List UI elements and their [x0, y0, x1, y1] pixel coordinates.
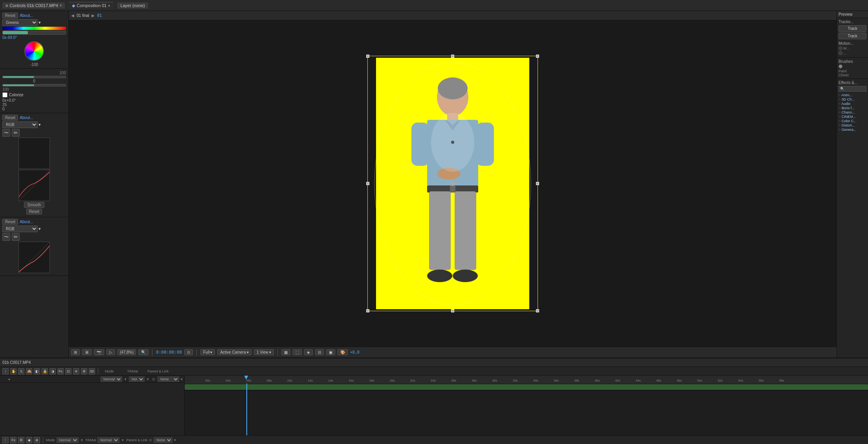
trimat-select-bottom[interactable]: Normal: [97, 437, 119, 443]
comp-nav-arrow-left[interactable]: ◀: [71, 13, 74, 18]
reset-button-2[interactable]: Reset: [2, 115, 18, 121]
radio-1[interactable]: [839, 46, 842, 50]
zoom-level[interactable]: (47,8%): [117, 349, 136, 355]
effect-anim[interactable]: Anim...: [839, 93, 866, 97]
radio-2[interactable]: [839, 51, 842, 55]
mode-select-bottom[interactable]: Normal: [57, 437, 79, 443]
effect-color[interactable]: Color C...: [839, 119, 866, 123]
curve-icon-pen[interactable]: ✏: [12, 129, 20, 137]
curve-icon-wave-2[interactable]: 〜: [2, 233, 10, 241]
vp-icon-color[interactable]: 🎨: [338, 349, 348, 355]
layer-mode-select[interactable]: Normal: [101, 376, 122, 382]
curve-graph-1[interactable]: [18, 138, 50, 169]
composition-tab[interactable]: ◆ Composition 01 ▾: [69, 2, 113, 9]
ruler-mark-26s: 26s: [451, 379, 456, 382]
tl-icon-adjust[interactable]: ⚙: [81, 368, 87, 374]
layer-parent-select[interactable]: None: [158, 376, 179, 382]
track-row-1[interactable]: [185, 383, 868, 391]
tl-icon-solo[interactable]: S: [18, 368, 24, 374]
color-wheel[interactable]: [24, 41, 44, 61]
timecode-display[interactable]: 0:00:00:00: [156, 350, 182, 355]
effect-audio[interactable]: Audio: [839, 102, 866, 106]
effect-channel[interactable]: Chann...: [839, 110, 866, 114]
tl-icon-3d[interactable]: 3D: [89, 368, 95, 374]
layer-trimat-select[interactable]: Normal: [129, 376, 145, 382]
comp-nav-arrow-right[interactable]: ▶: [92, 13, 95, 18]
greens-dropdown[interactable]: Greens: [2, 19, 38, 26]
track-button-2[interactable]: Track: [839, 33, 866, 39]
curve-icon-wave[interactable]: 〜: [2, 129, 10, 137]
layer-expand[interactable]: ▸: [9, 377, 11, 381]
view-dropdown[interactable]: 1 View ▾: [254, 349, 274, 355]
tl-icon-frame[interactable]: ⊡: [65, 368, 72, 374]
footage-tab-menu[interactable]: ▾: [60, 3, 62, 7]
effect-generate[interactable]: Genera...: [839, 128, 866, 132]
layer-tab[interactable]: Layer (none): [117, 2, 148, 9]
vp-icon-safe[interactable]: ⊟: [315, 349, 324, 355]
curve-icon-pen-2[interactable]: ✏: [12, 233, 20, 241]
effect-cinema[interactable]: CINEM...: [839, 115, 866, 119]
reset-button-3[interactable]: Reset: [26, 209, 42, 215]
timeline-tab-footage[interactable]: 01b C0017.MP4: [2, 360, 31, 365]
tl-btn-arrow[interactable]: ↑: [2, 437, 9, 443]
effect-boris[interactable]: Boris f...: [839, 106, 866, 110]
tl-icon-collapse[interactable]: ◧: [34, 368, 40, 374]
parent-select-bottom[interactable]: None: [154, 437, 172, 443]
smooth-button[interactable]: Smooth: [24, 202, 44, 208]
tl-btn-fx[interactable]: Fx: [10, 437, 17, 443]
tl-icon-quality[interactable]: ◑: [50, 368, 56, 374]
handle-mr[interactable]: [536, 182, 539, 185]
vp-icon-grid[interactable]: ⊞: [71, 349, 80, 355]
vp-icon-preview[interactable]: ▷: [106, 349, 115, 355]
slider-bar-1[interactable]: [2, 31, 66, 35]
slider-3[interactable]: [2, 84, 66, 86]
brush-circle[interactable]: [839, 64, 842, 68]
timeline-header: 01b C0017.MP4: [0, 358, 868, 367]
slider-2[interactable]: [2, 76, 66, 78]
reset-button-1[interactable]: Reset: [2, 13, 18, 18]
reset-button-4[interactable]: Reset: [2, 219, 18, 225]
tl-icon-effects[interactable]: Fx: [57, 368, 64, 374]
handle-br[interactable]: [536, 309, 539, 312]
tl-btn-adjust[interactable]: ⚙: [18, 437, 24, 443]
vp-icon-grid2[interactable]: ▦: [281, 349, 290, 355]
tl-icon-motion[interactable]: ≋: [73, 368, 79, 374]
color-gradient-bar[interactable]: [2, 27, 66, 30]
vp-icon-channels[interactable]: ▣: [326, 349, 335, 355]
handle-tc[interactable]: [451, 55, 454, 58]
handle-bc[interactable]: [451, 309, 454, 312]
footage-tab[interactable]: ≡ Controls 01b C0017.MP4 ▾: [2, 2, 65, 9]
tl-icon-hand[interactable]: ✋: [10, 368, 17, 374]
vp-icon-camera-icon[interactable]: 📷: [94, 349, 104, 355]
about-link-3[interactable]: About...: [20, 220, 33, 224]
rgb-dropdown[interactable]: RGB: [2, 121, 38, 128]
layer-row-1[interactable]: ▸ Normal ▾ Normal ▾ ⊙ None ▾: [0, 376, 184, 383]
tl-icon-select[interactable]: ↑: [2, 368, 9, 374]
vp-icon-monitor[interactable]: 🖥: [82, 349, 92, 355]
about-link-2[interactable]: About...: [20, 116, 33, 120]
tl-btn-link[interactable]: ⊕: [34, 437, 40, 443]
quality-dropdown[interactable]: Full ▾: [200, 349, 215, 355]
vp-icon-magnify[interactable]: 🔍: [138, 349, 149, 355]
camera-dropdown[interactable]: Active Camera ▾: [217, 349, 251, 355]
track-button-1[interactable]: Track: [839, 25, 866, 32]
vp-icon-shutter[interactable]: ⊙: [184, 349, 193, 355]
handle-tr[interactable]: [536, 55, 539, 58]
effects-search-input[interactable]: [839, 86, 866, 92]
tl-icon-lock[interactable]: 🔒: [42, 368, 48, 374]
colorize-checkbox[interactable]: [2, 92, 7, 97]
handle-bl[interactable]: [366, 309, 369, 312]
handle-tl[interactable]: [366, 55, 369, 58]
tl-btn-key[interactable]: ◆: [26, 437, 32, 443]
handle-ml[interactable]: [366, 182, 369, 185]
tl-icon-shy[interactable]: 🙈: [26, 368, 32, 374]
vp-icon-3d[interactable]: ◈: [304, 349, 313, 355]
rgb-dropdown-2[interactable]: RGB: [2, 226, 38, 232]
comp-tab-menu[interactable]: ▾: [108, 4, 110, 8]
effect-3d[interactable]: 3D Ch...: [839, 97, 866, 101]
about-link-1[interactable]: About...: [20, 13, 33, 18]
effect-distort[interactable]: Distort...: [839, 123, 866, 127]
viewport-canvas[interactable]: [69, 20, 837, 347]
rgb-section-2: Reset About... RGB ▾ 〜 ✏: [0, 217, 68, 276]
vp-icon-mask[interactable]: ⬚: [293, 349, 302, 355]
